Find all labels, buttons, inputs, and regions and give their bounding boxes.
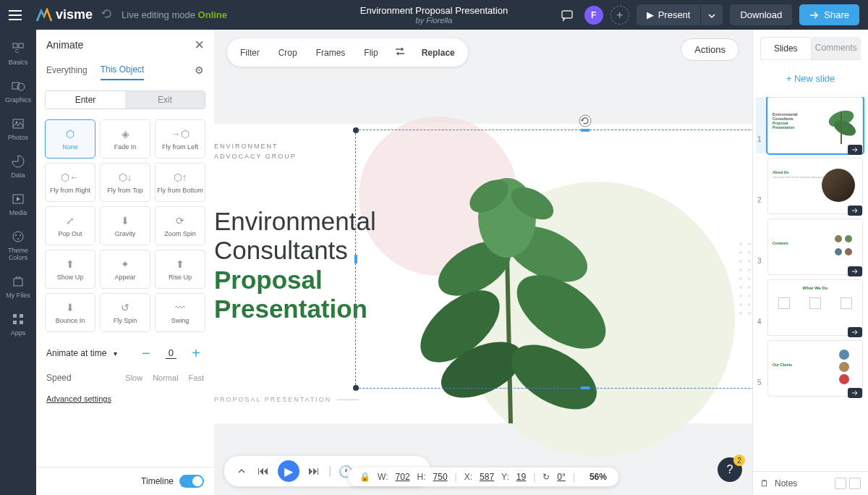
left-sidebar: CBasics Graphics Photos Data Media Theme…: [0, 30, 36, 495]
present-button[interactable]: ▶ Present: [637, 4, 701, 25]
nav-basics[interactable]: CBasics: [0, 35, 36, 72]
anim-fly-from-bottom[interactable]: ⬡↑Fly from Bottom: [155, 163, 205, 202]
transition-icon[interactable]: [848, 206, 862, 216]
speed-fast[interactable]: Fast: [189, 373, 204, 382]
toolbar-frames[interactable]: Frames: [307, 43, 354, 62]
tab-everything[interactable]: Everything: [46, 61, 88, 80]
nav-theme-colors[interactable]: Theme Colors: [0, 224, 36, 267]
tab-slides[interactable]: Slides: [760, 37, 812, 59]
anim-swing[interactable]: 〰Swing: [155, 293, 205, 332]
width-value[interactable]: 702: [396, 472, 410, 482]
share-button[interactable]: Share: [799, 4, 859, 25]
new-slide-button[interactable]: + New slide: [760, 67, 861, 90]
anim-zoom-spin[interactable]: ⟳Zoom Spin: [155, 206, 205, 245]
slide-thumb-4[interactable]: 4What We Do: [756, 279, 865, 336]
transition-icon[interactable]: [848, 327, 862, 337]
actions-button[interactable]: Actions: [681, 38, 739, 61]
anim-gravity[interactable]: ⬇Gravity: [100, 206, 150, 245]
lock-icon[interactable]: 🔒: [359, 472, 370, 482]
anim-none[interactable]: ⬡None: [45, 119, 95, 158]
anim-fly-spin[interactable]: ↺Fly Spin: [100, 293, 150, 332]
y-value[interactable]: 19: [516, 472, 526, 482]
height-value[interactable]: 750: [433, 472, 448, 482]
anim-fade-in[interactable]: ◈Fade In: [100, 119, 150, 158]
hamburger-menu[interactable]: [0, 0, 30, 30]
download-button[interactable]: Download: [730, 4, 792, 25]
animate-title: Animate: [46, 39, 83, 51]
handle-nw[interactable]: [353, 127, 359, 133]
anim-label: Fly from Bottom: [157, 187, 203, 195]
undo-icon[interactable]: [100, 7, 113, 23]
height-label: H:: [417, 472, 426, 482]
chevron-down-icon[interactable]: ▾: [114, 350, 117, 358]
anim-appear[interactable]: ✦Appear: [100, 250, 150, 289]
toolbar-replace[interactable]: Replace: [413, 43, 464, 62]
y-label: Y:: [501, 472, 509, 482]
anim-show-up[interactable]: ⬆Show Up: [45, 250, 95, 289]
nav-photos[interactable]: Photos: [0, 111, 36, 147]
rotate-handle[interactable]: [579, 114, 592, 127]
next-button[interactable]: ⏭: [307, 464, 321, 478]
rotation-value[interactable]: 0°: [557, 472, 565, 482]
enter-tab[interactable]: Enter: [46, 91, 125, 109]
slide-thumb-5[interactable]: 5Our Clients: [756, 340, 865, 397]
handle-s[interactable]: [581, 386, 590, 389]
x-value[interactable]: 587: [480, 472, 494, 482]
handle-sw[interactable]: [353, 385, 359, 391]
transition-icon[interactable]: [848, 145, 862, 155]
time-value[interactable]: 0: [166, 347, 176, 359]
increase-time-button[interactable]: +: [188, 345, 204, 361]
canvas-area[interactable]: Filter Crop Frames Flip Replace Actions …: [214, 30, 752, 495]
tab-comments[interactable]: Comments: [812, 37, 861, 59]
slide-thumb-3[interactable]: 3Contents: [756, 219, 865, 275]
comment-icon[interactable]: [557, 5, 577, 25]
nav-my-files[interactable]: My Files: [0, 268, 36, 305]
slide-thumb-2[interactable]: 2About UsLorem ipsum dolor sit amet cons…: [756, 158, 865, 214]
nav-data[interactable]: Data: [0, 148, 36, 185]
handle-n[interactable]: [581, 129, 590, 132]
replace-icon[interactable]: [388, 42, 412, 63]
tab-this-object[interactable]: This Object: [101, 60, 145, 80]
add-user-button[interactable]: +: [610, 6, 629, 25]
toolbar-filter[interactable]: Filter: [231, 43, 268, 62]
gear-icon[interactable]: ⚙: [195, 64, 204, 76]
speed-slow[interactable]: Slow: [125, 373, 142, 382]
rotate-icon[interactable]: ↻: [542, 472, 550, 482]
notes-label[interactable]: Notes: [775, 478, 797, 488]
anim-rise-up[interactable]: ⬆Rise Up: [155, 250, 205, 289]
svg-point-10: [15, 234, 17, 236]
prev-button[interactable]: ⏮: [256, 464, 271, 478]
decrease-time-button[interactable]: −: [138, 345, 154, 361]
user-avatar[interactable]: F: [584, 6, 603, 25]
nav-apps[interactable]: Apps: [0, 306, 36, 342]
view-grid-icon[interactable]: [835, 478, 846, 489]
play-button[interactable]: ▶: [278, 460, 299, 482]
nav-media[interactable]: Media: [0, 186, 36, 222]
anim-fly-from-right[interactable]: ⬡←Fly from Right: [45, 163, 95, 202]
toolbar-crop[interactable]: Crop: [270, 43, 306, 62]
close-icon[interactable]: ×: [195, 37, 204, 53]
anim-bounce-in[interactable]: ⬇Bounce In: [45, 293, 95, 332]
present-dropdown[interactable]: [700, 4, 723, 25]
speed-normal[interactable]: Normal: [153, 373, 178, 382]
timeline-toggle[interactable]: [179, 475, 204, 488]
help-button[interactable]: ? 2: [718, 457, 742, 482]
anim-fly-from-top[interactable]: ⬡↓Fly from Top: [100, 163, 150, 202]
speed-label: Speed: [46, 373, 72, 383]
advanced-settings-link[interactable]: Advanced settings: [36, 387, 214, 410]
anim-pop-out[interactable]: ⤢Pop Out: [45, 206, 95, 245]
anim-fly-from-left[interactable]: →⬡Fly from Left: [155, 119, 205, 158]
toolbar-flip[interactable]: Flip: [355, 43, 386, 62]
slide-canvas[interactable]: ENVIRONMENTADVOCACY GROUP Environmental …: [214, 124, 752, 423]
transition-icon[interactable]: [848, 266, 862, 276]
slide-thumb-1[interactable]: 1EnvironmentalConsultantsProposalPresent…: [756, 97, 865, 153]
exit-tab[interactable]: Exit: [125, 91, 205, 109]
width-label: W:: [378, 472, 388, 482]
zoom-value[interactable]: 56%: [590, 472, 607, 482]
nav-graphics[interactable]: Graphics: [0, 73, 36, 109]
view-list-icon[interactable]: [849, 478, 861, 489]
handle-w[interactable]: [354, 255, 357, 263]
transition-icon[interactable]: [848, 388, 862, 398]
selection-box[interactable]: [355, 130, 752, 389]
collapse-icon[interactable]: [234, 464, 249, 478]
